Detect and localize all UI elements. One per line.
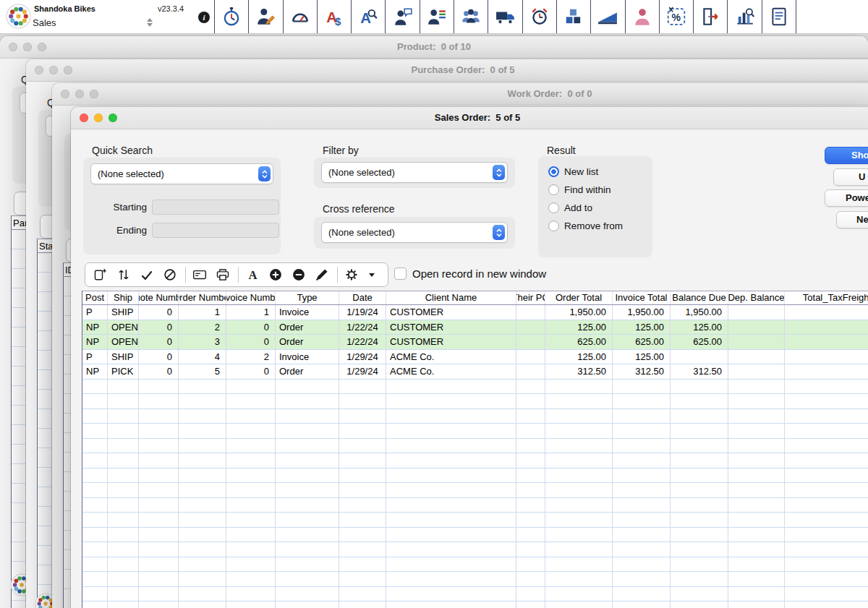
add-circle-icon[interactable] (268, 267, 284, 283)
column-header[interactable]: Order Number (179, 291, 226, 304)
confirm-icon[interactable] (139, 267, 155, 283)
table-row[interactable] (82, 409, 868, 424)
timer-icon[interactable] (215, 0, 249, 33)
table-cell (728, 498, 785, 513)
product-search-icon[interactable]: A (352, 0, 386, 33)
table-row[interactable] (82, 380, 868, 395)
card-icon[interactable] (192, 267, 208, 283)
customer-chat-icon[interactable] (386, 0, 420, 33)
table-cell: NP (82, 320, 108, 335)
table-cell (276, 542, 339, 557)
table-row[interactable] (82, 424, 868, 439)
purchase-order-titlebar[interactable]: Purchase Order: 0 of 5 (26, 59, 868, 82)
shipping-icon[interactable] (488, 0, 522, 33)
starting-field[interactable] (152, 200, 279, 215)
window-sales-order[interactable]: Sales Order: 5 of 5 Quick Search (None s… (71, 107, 868, 608)
table-row[interactable] (82, 572, 868, 587)
column-header[interactable]: Post (82, 291, 108, 304)
product-titlebar[interactable]: Product: 0 of 10 (0, 36, 868, 59)
radio-icon[interactable] (548, 220, 559, 231)
column-header[interactable]: Invoice Number (226, 291, 276, 304)
side-button[interactable]: Sho (825, 147, 868, 164)
table-row[interactable] (82, 453, 868, 468)
side-button[interactable]: Power (825, 189, 868, 207)
table-row[interactable] (82, 557, 868, 573)
table-row[interactable] (82, 587, 868, 602)
column-header[interactable]: Client Name (386, 291, 516, 304)
dashboard-icon[interactable] (284, 0, 318, 33)
analytics-icon[interactable] (728, 0, 762, 33)
table-row[interactable]: NPOPEN030Order1/22/24CUSTOMER625.00625.0… (82, 335, 868, 350)
quick-search-select[interactable]: (None selected) (90, 163, 273, 184)
result-option[interactable]: New list (548, 166, 623, 177)
reports-icon[interactable] (762, 0, 796, 33)
print-icon[interactable] (215, 267, 231, 283)
table-row[interactable]: PSHIP011Invoice1/19/24CUSTOMER1,950.001,… (82, 305, 868, 320)
exit-icon[interactable] (694, 0, 728, 33)
person-edit-icon[interactable] (249, 0, 283, 33)
table-cell (613, 528, 671, 542)
radio-icon[interactable] (548, 202, 559, 213)
column-header[interactable]: Quote Number (139, 291, 179, 304)
table-row[interactable] (82, 542, 868, 557)
chevron-down-icon[interactable] (369, 273, 375, 280)
column-header[interactable]: Total_TaxFreight (785, 291, 868, 304)
table-row[interactable] (82, 483, 868, 498)
column-header[interactable]: Dep. Balance (728, 291, 785, 304)
table-row[interactable] (82, 394, 868, 409)
scheduler-icon[interactable] (523, 0, 557, 33)
open-record-option: Open record in new window (394, 267, 546, 280)
gear-icon[interactable] (344, 267, 359, 283)
work-order-titlebar[interactable]: Work Order: 0 of 0 (52, 83, 868, 106)
radio-icon[interactable] (548, 166, 559, 177)
table-row[interactable] (82, 439, 868, 454)
table-row[interactable] (82, 513, 868, 528)
column-header[interactable]: Order Total (545, 291, 613, 304)
cross-reference-select[interactable]: (None selected) (321, 222, 508, 243)
ending-field[interactable] (152, 223, 279, 238)
table-row[interactable] (82, 601, 868, 608)
column-header[interactable]: Their PO (516, 291, 545, 304)
table-row[interactable]: PSHIP042Invoice1/29/24ACME Co.125.00125.… (82, 350, 868, 365)
remove-circle-icon[interactable] (291, 267, 307, 283)
radio-icon[interactable] (548, 184, 559, 195)
omit-icon[interactable] (162, 267, 178, 283)
result-option[interactable]: Find within (548, 184, 623, 195)
text-format-icon[interactable]: A (244, 267, 260, 283)
column-header[interactable]: Date (339, 291, 386, 304)
column-header[interactable]: Type (276, 291, 339, 304)
sort-icon[interactable] (116, 267, 132, 283)
column-header[interactable]: Ship (108, 291, 139, 304)
discounts-icon[interactable]: % (660, 0, 694, 33)
filter-by-select[interactable]: (None selected) (321, 162, 508, 183)
ramp-icon[interactable] (591, 0, 625, 33)
table-cell (82, 557, 108, 572)
pricing-icon[interactable]: A$ (318, 0, 352, 33)
table-cell (545, 424, 613, 438)
table-row[interactable] (82, 468, 868, 484)
table-row[interactable]: NPPICK050Order1/29/24ACME Co.312.50312.5… (82, 364, 868, 380)
result-option[interactable]: Add to (548, 202, 623, 213)
table-cell (545, 409, 613, 424)
table-cell (785, 601, 868, 608)
customer-icon[interactable] (626, 0, 660, 33)
side-button[interactable]: U (833, 168, 868, 186)
dart-icon[interactable] (314, 267, 330, 283)
open-record-checkbox[interactable] (394, 267, 407, 280)
column-header[interactable]: Invoice Total (613, 291, 671, 304)
info-icon[interactable]: i (198, 12, 210, 23)
module-selector[interactable]: Sales (33, 15, 153, 30)
contacts-icon[interactable] (454, 0, 488, 33)
table-cell (82, 498, 108, 513)
add-record-icon[interactable] (93, 267, 109, 283)
inventory-icon[interactable] (557, 0, 591, 33)
table-row[interactable] (82, 528, 868, 543)
result-option[interactable]: Remove from (548, 220, 623, 231)
side-button[interactable]: New (836, 211, 868, 228)
table-header-row: PostShipQuote NumberOrder NumberInvoice … (82, 291, 868, 305)
customer-list-icon[interactable] (420, 0, 454, 33)
column-header[interactable]: Balance Due (671, 291, 728, 304)
table-row[interactable]: NPOPEN020Order1/22/24CUSTOMER125.00125.0… (82, 320, 868, 335)
sales-order-titlebar[interactable]: Sales Order: 5 of 5 (71, 107, 868, 129)
table-row[interactable] (82, 498, 868, 513)
